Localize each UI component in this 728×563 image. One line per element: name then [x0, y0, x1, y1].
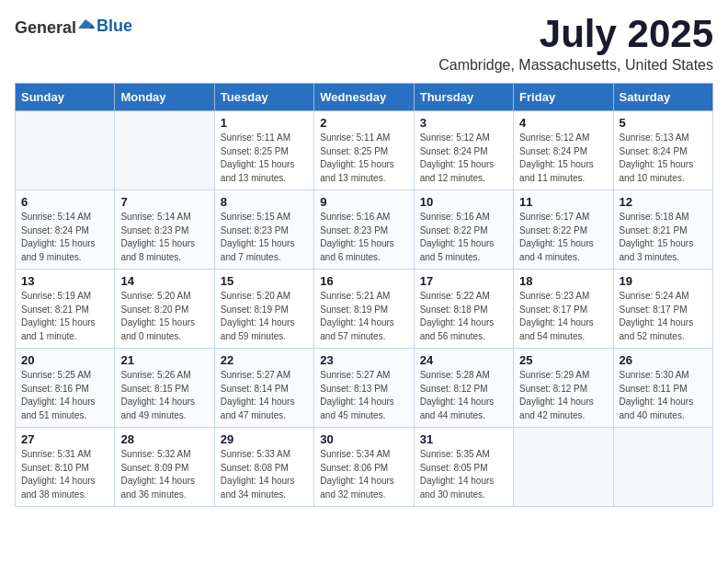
calendar-cell: 21Sunrise: 5:26 AMSunset: 8:15 PMDayligh… [115, 349, 214, 428]
day-info: Sunrise: 5:30 AMSunset: 8:11 PMDaylight:… [620, 369, 707, 422]
day-number: 12 [620, 195, 707, 209]
weekday-header-monday: Monday [115, 84, 214, 111]
day-number: 8 [221, 195, 308, 209]
day-number: 16 [320, 274, 407, 288]
day-number: 25 [519, 353, 607, 367]
day-info: Sunrise: 5:20 AMSunset: 8:19 PMDaylight:… [221, 290, 308, 343]
calendar-cell: 29Sunrise: 5:33 AMSunset: 8:08 PMDayligh… [214, 428, 313, 507]
calendar-cell [514, 428, 613, 507]
day-number: 22 [221, 353, 308, 367]
day-info: Sunrise: 5:28 AMSunset: 8:12 PMDaylight:… [420, 369, 507, 422]
calendar-cell: 22Sunrise: 5:27 AMSunset: 8:14 PMDayligh… [214, 349, 313, 428]
weekday-header-friday: Friday [514, 84, 613, 111]
location-title: Cambridge, Massachusetts, United States [438, 57, 713, 74]
calendar-cell: 16Sunrise: 5:21 AMSunset: 8:19 PMDayligh… [314, 270, 414, 349]
weekday-header-saturday: Saturday [613, 84, 712, 111]
week-row-1: 6Sunrise: 5:14 AMSunset: 8:24 PMDaylight… [16, 190, 713, 270]
day-number: 3 [420, 116, 507, 130]
day-number: 1 [221, 116, 308, 130]
calendar-cell: 20Sunrise: 5:25 AMSunset: 8:16 PMDayligh… [16, 349, 115, 428]
day-number: 30 [320, 432, 407, 446]
day-number: 5 [620, 116, 707, 130]
calendar-cell: 6Sunrise: 5:14 AMSunset: 8:24 PMDaylight… [16, 190, 115, 270]
weekday-header-wednesday: Wednesday [314, 84, 414, 111]
calendar-cell: 8Sunrise: 5:15 AMSunset: 8:23 PMDaylight… [214, 190, 313, 270]
week-row-2: 13Sunrise: 5:19 AMSunset: 8:21 PMDayligh… [16, 270, 713, 349]
day-info: Sunrise: 5:12 AMSunset: 8:24 PMDaylight:… [420, 132, 507, 185]
day-number: 17 [420, 274, 507, 288]
day-info: Sunrise: 5:27 AMSunset: 8:14 PMDaylight:… [221, 369, 308, 422]
calendar-cell: 15Sunrise: 5:20 AMSunset: 8:19 PMDayligh… [214, 270, 313, 349]
weekday-header-tuesday: Tuesday [214, 84, 313, 111]
calendar-cell: 10Sunrise: 5:16 AMSunset: 8:22 PMDayligh… [414, 190, 513, 270]
day-info: Sunrise: 5:25 AMSunset: 8:16 PMDaylight:… [21, 369, 108, 422]
calendar-cell: 1Sunrise: 5:11 AMSunset: 8:25 PMDaylight… [214, 111, 313, 190]
day-info: Sunrise: 5:19 AMSunset: 8:21 PMDaylight:… [21, 290, 108, 343]
day-number: 18 [519, 274, 607, 288]
logo-blue-text: Blue [97, 17, 132, 35]
calendar-cell: 26Sunrise: 5:30 AMSunset: 8:11 PMDayligh… [613, 349, 712, 428]
week-row-4: 27Sunrise: 5:31 AMSunset: 8:10 PMDayligh… [16, 428, 713, 507]
day-info: Sunrise: 5:16 AMSunset: 8:22 PMDaylight:… [420, 211, 507, 264]
weekday-header-thursday: Thursday [414, 84, 513, 111]
month-title: July 2025 [438, 15, 713, 53]
calendar-cell: 4Sunrise: 5:12 AMSunset: 8:24 PMDaylight… [514, 111, 613, 190]
calendar-cell: 28Sunrise: 5:32 AMSunset: 8:09 PMDayligh… [115, 428, 214, 507]
weekday-header-sunday: Sunday [16, 84, 115, 111]
day-info: Sunrise: 5:31 AMSunset: 8:10 PMDaylight:… [21, 448, 108, 501]
day-number: 6 [21, 195, 108, 209]
day-info: Sunrise: 5:29 AMSunset: 8:12 PMDaylight:… [519, 369, 607, 422]
logo-icon [76, 15, 95, 33]
calendar-cell [16, 111, 115, 190]
day-number: 24 [420, 353, 507, 367]
calendar-cell: 12Sunrise: 5:18 AMSunset: 8:21 PMDayligh… [613, 190, 712, 270]
calendar-cell: 25Sunrise: 5:29 AMSunset: 8:12 PMDayligh… [514, 349, 613, 428]
day-info: Sunrise: 5:15 AMSunset: 8:23 PMDaylight:… [221, 211, 308, 264]
day-info: Sunrise: 5:34 AMSunset: 8:06 PMDaylight:… [320, 448, 407, 501]
calendar-body: 1Sunrise: 5:11 AMSunset: 8:25 PMDaylight… [16, 111, 713, 507]
day-number: 7 [120, 195, 208, 209]
calendar-cell: 17Sunrise: 5:22 AMSunset: 8:18 PMDayligh… [414, 270, 513, 349]
day-number: 2 [320, 116, 407, 130]
day-number: 11 [519, 195, 607, 209]
day-number: 20 [21, 353, 108, 367]
day-info: Sunrise: 5:26 AMSunset: 8:15 PMDaylight:… [120, 369, 208, 422]
day-info: Sunrise: 5:14 AMSunset: 8:23 PMDaylight:… [120, 211, 208, 264]
day-info: Sunrise: 5:22 AMSunset: 8:18 PMDaylight:… [420, 290, 507, 343]
day-number: 19 [620, 274, 707, 288]
calendar-cell [613, 428, 712, 507]
calendar-cell: 24Sunrise: 5:28 AMSunset: 8:12 PMDayligh… [414, 349, 513, 428]
day-info: Sunrise: 5:13 AMSunset: 8:24 PMDaylight:… [620, 132, 707, 185]
calendar-cell: 19Sunrise: 5:24 AMSunset: 8:17 PMDayligh… [613, 270, 712, 349]
calendar-cell: 18Sunrise: 5:23 AMSunset: 8:17 PMDayligh… [514, 270, 613, 349]
day-info: Sunrise: 5:12 AMSunset: 8:24 PMDaylight:… [519, 132, 607, 185]
day-number: 9 [320, 195, 407, 209]
day-info: Sunrise: 5:32 AMSunset: 8:09 PMDaylight:… [120, 448, 208, 501]
day-info: Sunrise: 5:23 AMSunset: 8:17 PMDaylight:… [519, 290, 607, 343]
day-number: 15 [221, 274, 308, 288]
day-number: 13 [21, 274, 108, 288]
calendar-cell: 7Sunrise: 5:14 AMSunset: 8:23 PMDaylight… [115, 190, 214, 270]
day-number: 4 [519, 116, 607, 130]
day-info: Sunrise: 5:17 AMSunset: 8:22 PMDaylight:… [519, 211, 607, 264]
calendar-cell: 5Sunrise: 5:13 AMSunset: 8:24 PMDaylight… [613, 111, 712, 190]
calendar-cell: 3Sunrise: 5:12 AMSunset: 8:24 PMDaylight… [414, 111, 513, 190]
day-number: 31 [420, 432, 507, 446]
calendar-cell: 14Sunrise: 5:20 AMSunset: 8:20 PMDayligh… [115, 270, 214, 349]
week-row-0: 1Sunrise: 5:11 AMSunset: 8:25 PMDaylight… [16, 111, 713, 190]
calendar-cell: 27Sunrise: 5:31 AMSunset: 8:10 PMDayligh… [16, 428, 115, 507]
logo: General Blue [15, 15, 132, 38]
title-area: July 2025 Cambridge, Massachusetts, Unit… [438, 15, 713, 74]
day-info: Sunrise: 5:33 AMSunset: 8:08 PMDaylight:… [221, 448, 308, 501]
day-number: 29 [221, 432, 308, 446]
calendar-cell: 31Sunrise: 5:35 AMSunset: 8:05 PMDayligh… [414, 428, 513, 507]
day-number: 23 [320, 353, 407, 367]
calendar-cell: 9Sunrise: 5:16 AMSunset: 8:23 PMDaylight… [314, 190, 414, 270]
day-number: 10 [420, 195, 507, 209]
day-number: 27 [21, 432, 108, 446]
day-info: Sunrise: 5:20 AMSunset: 8:20 PMDaylight:… [120, 290, 208, 343]
weekday-header-row: SundayMondayTuesdayWednesdayThursdayFrid… [16, 84, 713, 111]
day-number: 21 [120, 353, 208, 367]
day-info: Sunrise: 5:14 AMSunset: 8:24 PMDaylight:… [21, 211, 108, 264]
day-info: Sunrise: 5:24 AMSunset: 8:17 PMDaylight:… [620, 290, 707, 343]
